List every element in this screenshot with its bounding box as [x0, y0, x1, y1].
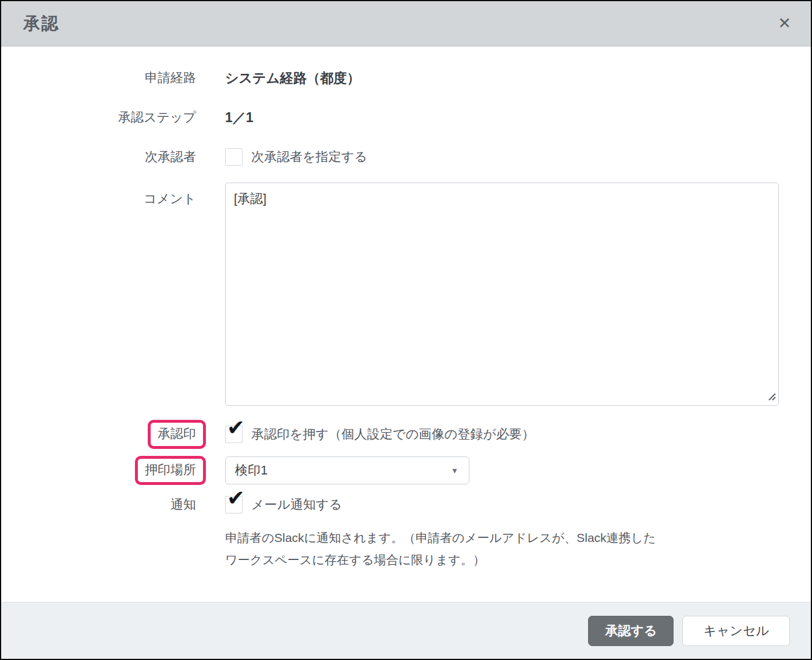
approval-step-label: 承認ステップ [1, 108, 196, 127]
check-icon: ✔ [227, 417, 245, 438]
notification-note: 申請者のSlackに通知されます。（申請者のメールアドレスが、Slack連携した… [225, 527, 656, 571]
stamp-location-label-highlight: 押印場所 [135, 456, 206, 485]
cancel-button[interactable]: キャンセル [682, 616, 790, 646]
notification-label: 通知 [1, 495, 196, 514]
next-approver-checkbox-label[interactable]: 次承認者を指定する [251, 148, 368, 166]
next-approver-label: 次承認者 [1, 148, 196, 166]
approve-button[interactable]: 承認する [588, 616, 674, 646]
approval-step-value: 1／1 [225, 109, 254, 127]
comment-textarea[interactable]: [承認] [225, 183, 779, 406]
check-icon: ✔ [227, 487, 245, 509]
row-notification-note: 申請者のSlackに通知されます。（申請者のメールアドレスが、Slack連携した… [1, 527, 779, 571]
row-notification: 通知 ✔ メール通知する [1, 495, 779, 514]
application-route-label: 申請経路 [1, 69, 196, 87]
next-approver-checkbox[interactable] [225, 148, 243, 166]
comment-label: コメント [1, 183, 196, 208]
notification-checkbox-label[interactable]: メール通知する [251, 496, 342, 513]
row-comment: コメント [承認] [1, 183, 779, 408]
application-route-value: システム経路（都度） [225, 69, 360, 87]
dialog-title: 承認 [23, 12, 59, 35]
row-next-approver: 次承認者 次承認者を指定する [1, 148, 779, 166]
approval-stamp-label-highlight: 承認印 [148, 420, 206, 449]
row-approval-step: 承認ステップ 1／1 [1, 108, 779, 127]
dialog-body: 申請経路 システム経路（都度） 承認ステップ 1／1 次承認者 次承認者を指定す… [1, 47, 811, 602]
approval-stamp-checkbox[interactable]: ✔ [225, 426, 243, 443]
dialog-header: 承認 ✕ [1, 1, 811, 47]
stamp-location-selected-value: 検印1 [235, 462, 268, 479]
stamp-location-select[interactable]: 検印1 ▼ [225, 456, 469, 484]
dialog-footer: 承認する キャンセル [1, 602, 811, 659]
row-approval-stamp: 承認印 ✔ 承認印を押す（個人設定での画像の登録が必要） [1, 420, 779, 449]
row-stamp-location: 押印場所 検印1 ▼ [1, 456, 779, 485]
approval-stamp-checkbox-label[interactable]: 承認印を押す（個人設定での画像の登録が必要） [251, 426, 535, 443]
close-icon[interactable]: ✕ [775, 13, 793, 34]
approval-dialog: 承認 ✕ 申請経路 システム経路（都度） 承認ステップ 1／1 次承認者 次承認… [0, 0, 812, 660]
caret-down-icon: ▼ [451, 466, 458, 475]
stamp-location-label: 押印場所 [145, 462, 196, 477]
notification-checkbox[interactable]: ✔ [225, 496, 243, 513]
approval-stamp-label: 承認印 [158, 426, 196, 441]
row-application-route: 申請経路 システム経路（都度） [1, 69, 779, 87]
